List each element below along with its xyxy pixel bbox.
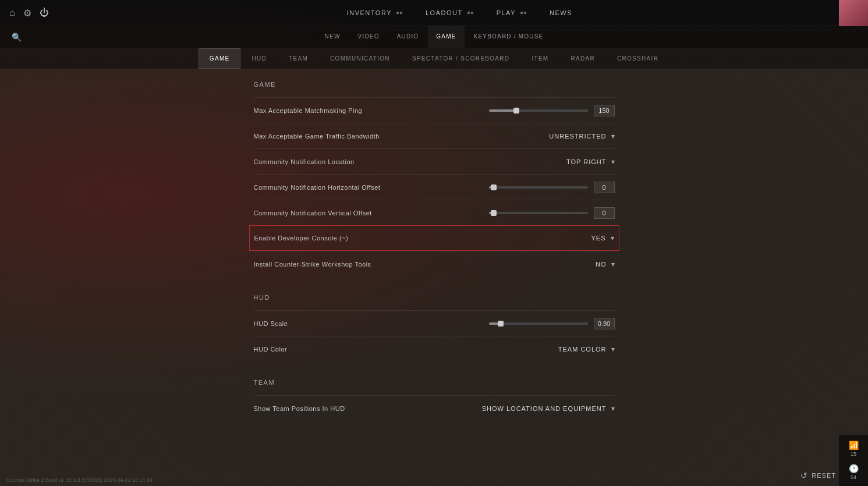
workshop-tools-arrow: ▾ bbox=[611, 260, 615, 268]
section-gap-1 bbox=[254, 276, 615, 294]
nav-play[interactable]: PLAY bbox=[497, 9, 526, 16]
hud-scale-control: 0.90 bbox=[489, 318, 615, 329]
user-avatar[interactable] bbox=[839, 0, 868, 26]
setting-show-team-positions: Show Team Positions In HUD SHOW LOCATION… bbox=[254, 395, 615, 421]
wifi-icon-wrap: 📶 15 bbox=[846, 438, 861, 459]
hud-color-value: TEAM COLOR bbox=[558, 346, 607, 353]
section-team-label: Team bbox=[254, 379, 615, 388]
reset-clock-icon: ↺ bbox=[800, 471, 808, 480]
section-gap-2 bbox=[254, 361, 615, 379]
bottom-bar: 📶 15 🕐 54 bbox=[839, 435, 868, 486]
matchmaking-ping-slider-fill bbox=[489, 109, 517, 112]
community-notification-vertical-slider-track[interactable] bbox=[489, 212, 588, 214]
game-traffic-bandwidth-arrow: ▾ bbox=[611, 132, 615, 140]
search-icon[interactable]: 🔍 bbox=[12, 33, 22, 42]
setting-hud-color: HUD Color TEAM COLOR ▾ bbox=[254, 336, 615, 361]
dot bbox=[400, 12, 402, 14]
tab-hud-settings[interactable]: HUD bbox=[240, 48, 278, 69]
setting-hud-scale: HUD Scale 0.90 bbox=[254, 310, 615, 336]
community-notification-location-control[interactable]: TOP RIGHT ▾ bbox=[566, 158, 615, 166]
clock-icon: 🕐 bbox=[849, 464, 859, 473]
matchmaking-ping-label: Max Acceptable Matchmaking Ping bbox=[254, 107, 489, 114]
clock-count: 54 bbox=[851, 474, 856, 480]
settings-panel: Game Max Acceptable Matchmaking Ping 150… bbox=[242, 81, 626, 421]
show-team-positions-control[interactable]: SHOW LOCATION AND EQUIPMENT ▾ bbox=[482, 405, 615, 413]
avatar-image bbox=[839, 0, 868, 26]
developer-console-label: Enable Developer Console (~) bbox=[254, 235, 591, 242]
show-team-positions-label: Show Team Positions In HUD bbox=[254, 405, 482, 412]
power-icon[interactable]: ⏻ bbox=[40, 8, 49, 18]
hud-color-label: HUD Color bbox=[254, 346, 558, 353]
setting-game-traffic-bandwidth: Max Acceptable Game Traffic Bandwidth UN… bbox=[254, 123, 615, 148]
wifi-icon: 📶 bbox=[849, 441, 859, 450]
community-notification-horizontal-value: 0 bbox=[594, 182, 615, 193]
community-notification-vertical-slider-thumb[interactable] bbox=[491, 210, 497, 216]
hud-scale-slider-thumb[interactable] bbox=[498, 321, 504, 327]
tab-video[interactable]: VIDEO bbox=[350, 26, 388, 48]
loadout-dots bbox=[467, 12, 473, 14]
nav-inventory[interactable]: INVENTORY bbox=[347, 9, 402, 16]
matchmaking-ping-slider-track[interactable] bbox=[489, 109, 588, 112]
workshop-tools-value: NO bbox=[596, 261, 607, 268]
workshop-tools-label: Install Counter-Strike Workshop Tools bbox=[254, 261, 596, 268]
show-team-positions-arrow: ▾ bbox=[611, 405, 615, 413]
hud-scale-slider-track[interactable] bbox=[489, 322, 588, 325]
matchmaking-ping-value: 150 bbox=[594, 105, 615, 116]
game-traffic-bandwidth-control[interactable]: UNRESTRICTED ▾ bbox=[549, 132, 614, 140]
setting-community-notification-vertical: Community Notification Vertical Offset 0 bbox=[254, 200, 615, 225]
reset-button[interactable]: RESET bbox=[812, 472, 836, 479]
community-notification-vertical-label: Community Notification Vertical Offset bbox=[254, 210, 489, 217]
setting-community-notification-location: Community Notification Location TOP RIGH… bbox=[254, 148, 615, 174]
section-game-label: Game bbox=[254, 81, 615, 90]
version-text: Counter-Strike 2 Build v1.38.0.3 (530555… bbox=[6, 477, 153, 483]
tab-item-settings[interactable]: ITEM bbox=[520, 48, 559, 69]
nav-news[interactable]: NEWS bbox=[550, 9, 572, 16]
community-notification-horizontal-slider-thumb[interactable] bbox=[491, 185, 497, 190]
community-notification-horizontal-slider-track[interactable] bbox=[489, 186, 588, 189]
settings-tabs-bar: GAME HUD TEAM COMMUNICATION SPECTATOR / … bbox=[0, 48, 868, 69]
community-notification-vertical-value: 0 bbox=[594, 207, 615, 219]
tab-communication-settings[interactable]: COMMUNICATION bbox=[319, 48, 401, 69]
developer-console-value: YES bbox=[591, 235, 605, 242]
top-nav-bar: ⌂ ⚙ ⏻ INVENTORY LOADOUT PLAY N bbox=[0, 0, 868, 26]
main-content: Game Max Acceptable Matchmaking Ping 150… bbox=[0, 69, 868, 486]
dot bbox=[471, 12, 473, 14]
game-traffic-bandwidth-value: UNRESTRICTED bbox=[549, 133, 606, 140]
tab-radar-settings[interactable]: RADAR bbox=[559, 48, 606, 69]
dot bbox=[396, 12, 399, 14]
home-icon[interactable]: ⌂ bbox=[9, 8, 15, 18]
hud-color-control[interactable]: TEAM COLOR ▾ bbox=[558, 345, 615, 353]
tab-game[interactable]: GAME bbox=[428, 26, 464, 48]
tab-audio[interactable]: AUDIO bbox=[389, 26, 427, 48]
community-notification-location-value: TOP RIGHT bbox=[566, 158, 607, 165]
tab-keyboard-mouse[interactable]: KEYBOARD / MOUSE bbox=[466, 26, 552, 48]
matchmaking-ping-slider-thumb[interactable] bbox=[513, 108, 519, 113]
developer-console-control[interactable]: YES ▾ bbox=[591, 234, 614, 242]
hud-color-arrow: ▾ bbox=[611, 345, 615, 353]
settings-icon[interactable]: ⚙ bbox=[23, 8, 31, 19]
tab-new[interactable]: NEW bbox=[317, 26, 349, 48]
setting-workshop-tools: Install Counter-Strike Workshop Tools NO… bbox=[254, 251, 615, 276]
workshop-tools-control[interactable]: NO ▾ bbox=[596, 260, 615, 268]
wifi-count: 15 bbox=[851, 451, 856, 457]
developer-console-arrow: ▾ bbox=[611, 234, 614, 242]
tab-game-settings[interactable]: GAME bbox=[199, 48, 241, 69]
setting-developer-console: Enable Developer Console (~) YES ▾ bbox=[249, 225, 619, 251]
top-bar-icons: ⌂ ⚙ ⏻ bbox=[9, 8, 49, 19]
clock-icon-wrap: 🕐 54 bbox=[846, 462, 861, 483]
nav-loadout[interactable]: LOADOUT bbox=[426, 9, 473, 16]
community-notification-location-arrow: ▾ bbox=[611, 158, 615, 166]
section-hud-label: Hud bbox=[254, 294, 615, 303]
inventory-dots bbox=[396, 12, 402, 14]
dot bbox=[520, 12, 523, 14]
community-notification-horizontal-label: Community Notification Horizontal Offset bbox=[254, 184, 489, 191]
tab-spectator-scoreboard-settings[interactable]: SPECTATOR / SCOREBOARD bbox=[401, 48, 521, 69]
matchmaking-ping-control: 150 bbox=[489, 105, 615, 116]
tab-team-settings[interactable]: TEAM bbox=[278, 48, 319, 69]
tab-crosshair-settings[interactable]: CROSSHAIR bbox=[606, 48, 669, 69]
community-notification-location-label: Community Notification Location bbox=[254, 158, 567, 165]
reset-row: ↺ RESET bbox=[800, 471, 836, 480]
setting-matchmaking-ping: Max Acceptable Matchmaking Ping 150 bbox=[254, 97, 615, 123]
play-dots bbox=[520, 12, 526, 14]
setting-community-notification-horizontal: Community Notification Horizontal Offset… bbox=[254, 174, 615, 200]
